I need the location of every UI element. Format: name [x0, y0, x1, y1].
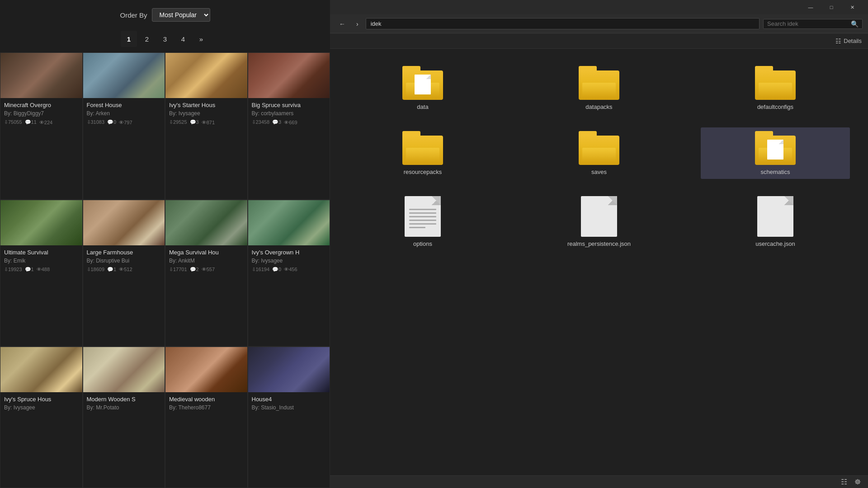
folder-icon: [579, 66, 619, 100]
folder-item[interactable]: datapacks: [524, 62, 674, 114]
toolbar: ← › idek 🔍: [330, 14, 868, 33]
downloads-stat: ⇩19923: [4, 267, 22, 272]
list-view-btn[interactable]: ☷: [839, 477, 849, 487]
build-title: Ultimate Survival: [4, 249, 79, 256]
close-btn[interactable]: ✕: [842, 0, 863, 14]
folder-label: defaultconfigs: [757, 103, 793, 110]
build-card[interactable]: Large Farmhouse By: Disruptive Bui ⇩1860…: [83, 200, 165, 347]
grid-view-btn[interactable]: ☸: [853, 477, 863, 487]
build-card[interactable]: Modern Wooden S By: Mr.Potato: [83, 347, 165, 488]
folder-icon: [402, 66, 443, 100]
doc-fold: [608, 196, 617, 205]
build-info: Ivy's Spruce Hous By: Ivysagee: [0, 392, 82, 415]
folder-item[interactable]: defaultconfigs: [701, 62, 850, 114]
path-bar[interactable]: idek: [366, 18, 760, 29]
doc-line: [409, 209, 436, 210]
maximize-btn[interactable]: □: [821, 0, 842, 14]
build-author: By: Ivysagee: [4, 404, 79, 411]
views-stat: 👁512: [119, 267, 132, 272]
build-title: Ivy's Starter Hous: [169, 102, 244, 108]
doc-line: [409, 227, 425, 228]
minimize-btn[interactable]: —: [800, 0, 821, 14]
downloads-stat: ⇩18609: [87, 267, 105, 272]
build-title: Mega Survival Hou: [169, 249, 244, 256]
build-card[interactable]: House4 By: Stasio_Indust: [248, 347, 330, 488]
build-title: Large Farmhouse: [87, 249, 161, 256]
folder-icon: [402, 131, 443, 165]
build-info: Minecraft Overgro By: BiggyDiggy7 ⇩75055…: [0, 98, 82, 127]
downloads-stat: ⇩23458: [252, 119, 270, 125]
nav-back-btn[interactable]: ←: [335, 19, 349, 29]
file-label: options: [413, 240, 432, 247]
nav-forward-btn[interactable]: ›: [353, 19, 362, 29]
build-thumbnail: [165, 200, 247, 245]
details-bar: ☷ Details: [330, 33, 868, 49]
build-stats: ⇩17701 💬2 👁557: [169, 267, 244, 272]
build-title: Ivy's Overgrown H: [252, 249, 326, 256]
details-btn[interactable]: ☷ Details: [835, 38, 862, 45]
comments-stat: 💬2: [190, 267, 199, 272]
views-stat: 👁669: [284, 119, 297, 125]
page-4-btn[interactable]: 4: [175, 31, 191, 47]
search-bar[interactable]: 🔍: [763, 19, 863, 29]
file-item[interactable]: usercache.json: [701, 192, 850, 251]
order-select[interactable]: Most Popular Most Recent Top Rated: [152, 8, 210, 22]
file-label: realms_persistence.json: [567, 240, 631, 247]
build-author: By: Mr.Potato: [87, 404, 161, 411]
build-info: Big Spruce surviva By: corbylaamers ⇩234…: [248, 98, 330, 127]
pagination: 1 2 3 4 »: [0, 28, 330, 52]
comments-stat: 💬0: [107, 119, 116, 125]
build-author: By: BiggyDiggy7: [4, 110, 79, 117]
build-card[interactable]: Medieval wooden By: Thehero8677: [165, 347, 248, 488]
build-card[interactable]: Forest House By: Arken ⇩31083 💬0 👁797: [83, 52, 165, 200]
build-info: Forest House By: Arken ⇩31083 💬0 👁797: [83, 98, 165, 127]
doc-fold: [784, 196, 793, 205]
file-label: usercache.json: [755, 240, 795, 247]
doc-line: [409, 216, 436, 217]
build-stats: ⇩29525 💬3 👁871: [169, 119, 244, 125]
build-stats: ⇩31083 💬0 👁797: [87, 119, 161, 125]
build-card[interactable]: Minecraft Overgro By: BiggyDiggy7 ⇩75055…: [0, 52, 83, 200]
search-input[interactable]: [767, 20, 848, 27]
page-1-btn[interactable]: 1: [121, 31, 137, 47]
folder-label: saves: [591, 169, 607, 175]
build-card[interactable]: Ivy's Spruce Hous By: Ivysagee: [0, 347, 83, 488]
build-card[interactable]: Ultimate Survival By: Emik ⇩19923 💬1 👁48…: [0, 200, 83, 347]
folder-item[interactable]: data: [348, 62, 497, 114]
build-info: Medieval wooden By: Thehero8677: [165, 392, 247, 415]
build-title: Ivy's Spruce Hous: [4, 396, 79, 403]
file-item[interactable]: realms_persistence.json: [524, 192, 674, 251]
page-next-btn[interactable]: »: [193, 31, 209, 47]
build-author: By: Ivysagee: [252, 258, 326, 264]
build-info: Modern Wooden S By: Mr.Potato: [83, 392, 165, 415]
file-item[interactable]: options: [348, 192, 497, 251]
page-3-btn[interactable]: 3: [157, 31, 173, 47]
folder-icon: [755, 131, 796, 165]
folder-item[interactable]: resourcepacks: [348, 127, 497, 179]
downloads-stat: ⇩75055: [4, 119, 22, 125]
downloads-stat: ⇩31083: [87, 119, 105, 125]
statusbar: ☷ ☸: [330, 475, 868, 488]
build-author: By: Ivysagee: [169, 110, 244, 117]
titlebar: — □ ✕: [330, 0, 868, 14]
build-author: By: Arken: [87, 110, 161, 117]
build-title: Medieval wooden: [169, 396, 244, 403]
document-icon: [405, 196, 441, 237]
folder-icon: [579, 131, 619, 165]
build-card[interactable]: Big Spruce surviva By: corbylaamers ⇩234…: [248, 52, 330, 200]
views-stat: 👁456: [284, 267, 297, 272]
build-card[interactable]: Mega Survival Hou By: AnkitM ⇩17701 💬2 👁…: [165, 200, 248, 347]
folder-item[interactable]: schematics: [701, 127, 850, 179]
search-icon: 🔍: [851, 20, 859, 28]
details-icon: ☷: [835, 38, 841, 45]
page-2-btn[interactable]: 2: [139, 31, 155, 47]
build-card[interactable]: Ivy's Starter Hous By: Ivysagee ⇩29525 💬…: [165, 52, 248, 200]
doc-lines: [409, 209, 436, 228]
build-thumbnail: [0, 347, 82, 392]
folder-item[interactable]: saves: [524, 127, 674, 179]
doc-line: [409, 212, 436, 214]
build-card[interactable]: Ivy's Overgrown H By: Ivysagee ⇩16194 💬0…: [248, 200, 330, 347]
build-thumbnail: [248, 347, 330, 392]
folder-label: resourcepacks: [404, 169, 442, 175]
build-info: Ultimate Survival By: Emik ⇩19923 💬1 👁48…: [0, 245, 82, 274]
